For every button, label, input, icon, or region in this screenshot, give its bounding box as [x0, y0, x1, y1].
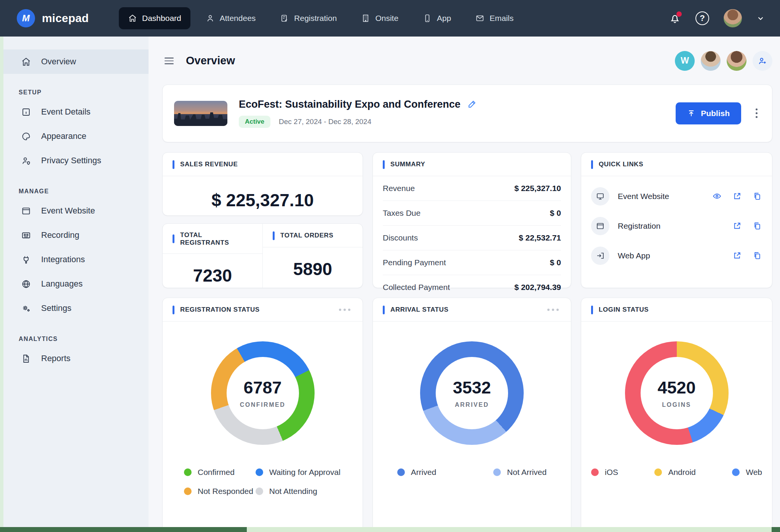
add-member-button[interactable] — [753, 51, 772, 71]
upload-icon — [687, 109, 695, 118]
sidebar-item-overview[interactable]: Overview — [3, 49, 149, 74]
sidebar-item-event-details[interactable]: Event Details — [3, 100, 149, 124]
publish-button[interactable]: Publish — [676, 102, 741, 124]
login-donut-chart: 4520 LOGINS — [625, 341, 729, 445]
sidebar-item-languages[interactable]: Languages — [3, 272, 149, 296]
nav-tab-label: Emails — [489, 14, 513, 23]
accent-bar — [273, 231, 275, 240]
legend-label: iOS — [605, 468, 618, 477]
preview-eye-icon[interactable] — [712, 191, 722, 201]
notifications-bell-icon[interactable] — [669, 12, 681, 24]
summary-value: $ 22,532.71 — [519, 233, 561, 242]
open-external-icon[interactable] — [732, 251, 742, 260]
nav-tab-onsite[interactable]: Onsite — [352, 7, 408, 29]
sidebar-item-settings[interactable]: Settings — [3, 296, 149, 320]
team-avatars: W — [675, 51, 772, 71]
sidebar-item-label: Languages — [41, 279, 83, 289]
event-info: EcoFest: Sustainability Expo and Confere… — [239, 99, 477, 128]
sidebar-item-recording[interactable]: Recording — [3, 223, 149, 247]
open-external-icon[interactable] — [732, 221, 742, 231]
nav-tab-dashboard[interactable]: Dashboard — [119, 7, 190, 29]
chevron-down-icon[interactable] — [756, 14, 765, 22]
sidebar-item-event-website[interactable]: Event Website — [3, 199, 149, 223]
legend-label: Android — [668, 468, 695, 477]
brand[interactable]: M micepad — [17, 9, 119, 27]
sidebar-item-label: Recording — [41, 230, 79, 240]
edit-event-title-icon[interactable] — [467, 99, 477, 110]
legend-dot — [256, 487, 263, 495]
nav-tab-attendees[interactable]: Attendees — [197, 7, 265, 29]
avatar-photo-2[interactable] — [727, 51, 746, 71]
legend-dot — [591, 468, 599, 476]
nav-tab-label: Attendees — [220, 14, 256, 23]
summary-value: $ 225,327.10 — [514, 184, 561, 193]
sidebar-item-appearance[interactable]: Appearance — [3, 124, 149, 148]
sales-revenue-card: SALES REVENUE $ 225,327.10 — [162, 152, 363, 216]
nav-tab-registration[interactable]: Registration — [271, 7, 346, 29]
registration-status-card: REGISTRATION STATUS 6787 CONFIRMED Confi… — [162, 298, 363, 532]
sidebar-item-privacy-settings[interactable]: Privacy Settings — [3, 148, 149, 173]
event-thumbnail-image — [174, 101, 227, 126]
summary-rows: Revenue $ 225,327.10 Taxes Due $ 0 Disco… — [373, 176, 571, 299]
info-square-icon — [21, 107, 31, 117]
sidebar-item-reports[interactable]: Reports — [3, 346, 149, 371]
nav-tab-label: Registration — [294, 14, 337, 23]
legend-label: Confirmed — [198, 468, 235, 477]
card-title: REGISTRATION STATUS — [180, 306, 260, 314]
collapse-sidebar-icon[interactable] — [162, 55, 176, 67]
summary-label: Revenue — [383, 184, 415, 193]
login-arrow-icon — [591, 247, 609, 265]
copy-link-icon[interactable] — [753, 251, 762, 260]
event-more-options-icon[interactable] — [753, 105, 761, 121]
person-icon — [206, 14, 215, 23]
top-navigation-bar: M micepad Dashboard Attendees Registrati… — [0, 0, 780, 37]
palette-icon — [21, 131, 31, 142]
avatar-letter: W — [681, 56, 689, 66]
card-more-options-icon[interactable] — [545, 306, 561, 313]
micepad-logo-icon: M — [17, 9, 35, 27]
card-title: LOGIN STATUS — [599, 306, 649, 314]
legend-item: iOS — [591, 468, 618, 477]
nav-tab-label: Dashboard — [142, 14, 181, 23]
summary-label: Taxes Due — [383, 209, 420, 218]
sales-revenue-value: $ 225,327.10 — [163, 176, 363, 210]
accent-bar — [173, 234, 174, 243]
legend-dot — [732, 468, 740, 476]
legend-dot — [397, 468, 405, 476]
avatar-initial[interactable]: W — [675, 51, 695, 71]
arrival-legend: Arrived Not Arrived — [373, 468, 571, 477]
sidebar-item-integrations[interactable]: Integrations — [3, 247, 149, 272]
sidebar-item-label: Reports — [41, 354, 70, 363]
avatar-photo-1[interactable] — [701, 51, 721, 71]
total-orders-panel: TOTAL ORDERS 5890 — [262, 224, 363, 288]
open-external-icon[interactable] — [732, 191, 742, 201]
nav-tab-emails[interactable]: Emails — [466, 7, 523, 29]
accent-bar — [591, 306, 593, 314]
card-title: TOTAL REGISTRANTS — [180, 231, 253, 247]
summary-value: $ 202,794.39 — [514, 283, 561, 292]
summary-label: Pending Payment — [383, 258, 446, 267]
legend-item: Not Arrived — [493, 468, 547, 477]
accent-bar — [383, 306, 385, 314]
topbar-right-controls: ? — [669, 9, 765, 27]
donut-center-label: LOGINS — [662, 401, 691, 408]
user-avatar[interactable] — [724, 9, 742, 27]
cassette-icon — [21, 230, 31, 241]
legend-item: Android — [654, 468, 695, 477]
summary-row-discounts: Discounts $ 22,532.71 — [383, 226, 561, 250]
donut-center-label: CONFIRMED — [240, 401, 285, 408]
card-more-options-icon[interactable] — [337, 306, 353, 313]
gears-icon — [21, 303, 31, 314]
summary-row-revenue: Revenue $ 225,327.10 — [383, 176, 561, 201]
arrival-donut-chart: 3532 ARRIVED — [420, 341, 524, 445]
publish-label: Publish — [701, 109, 730, 118]
help-icon[interactable]: ? — [695, 11, 709, 25]
legend-dot — [493, 468, 501, 476]
nav-tab-app[interactable]: App — [414, 7, 460, 29]
monitor-icon — [591, 187, 609, 205]
accent-bar — [173, 160, 174, 169]
copy-link-icon[interactable] — [753, 191, 762, 201]
card-title: SALES REVENUE — [180, 161, 238, 168]
copy-link-icon[interactable] — [753, 221, 762, 231]
page-layout: Overview SETUP Event Details Appearance … — [0, 37, 780, 532]
